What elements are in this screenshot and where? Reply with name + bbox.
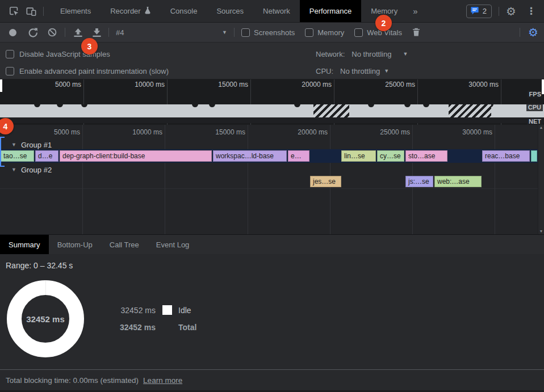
clear-recording-icon[interactable] xyxy=(48,28,57,37)
summary-panel: Range: 0 – 32.45 s 32452 ms 32452 ms Idl… xyxy=(0,254,544,392)
network-activity-strip[interactable] xyxy=(0,117,544,123)
tab-label: Bottom-Up xyxy=(57,241,93,249)
panel-tabs: Elements Recorder Console Sources Networ… xyxy=(51,0,407,22)
tab-label: Console xyxy=(170,7,198,15)
scroll-up-icon[interactable]: ▲ xyxy=(539,125,543,130)
flame-tick-label: 5000 ms xyxy=(54,128,80,136)
flame-bar-label: lin…se xyxy=(341,152,368,160)
trash-icon[interactable] xyxy=(412,28,420,37)
tab-recorder[interactable]: Recorder xyxy=(101,0,160,22)
flame-bar-label: tao…se xyxy=(1,152,30,160)
cpu-throttling-select[interactable]: No throttling xyxy=(340,67,380,75)
flame-bar-label: dep-graph-client:build-base xyxy=(60,152,148,160)
flame-bar-label: e… xyxy=(288,152,304,160)
lane-label-cpu: CPU xyxy=(526,104,543,111)
flame-bar[interactable]: js:…se xyxy=(405,176,433,187)
devtools-tabbar: Elements Recorder Console Sources Networ… xyxy=(0,0,544,23)
load-profile-icon[interactable] xyxy=(73,28,83,37)
flame-bar-label: sto…ase xyxy=(405,152,438,160)
inspect-element-icon[interactable] xyxy=(6,3,23,19)
flame-bar[interactable]: cy…se xyxy=(377,150,404,162)
checkbox xyxy=(6,50,14,58)
reload-and-record-icon[interactable] xyxy=(28,28,37,37)
timeline-overview[interactable]: FPS CPU NET 5000 ms10000 ms15000 ms20000… xyxy=(0,79,544,125)
network-throttling-select[interactable]: No throttling xyxy=(351,50,391,58)
issues-counter[interactable]: 2 xyxy=(466,5,492,18)
kebab-menu-icon[interactable]: ⋮ xyxy=(523,5,539,17)
flame-bar[interactable]: sto…ase xyxy=(405,150,447,162)
tab-label: Sources xyxy=(216,7,244,15)
device-toolbar-icon[interactable] xyxy=(23,3,40,19)
screenshots-checkbox[interactable]: Screenshots xyxy=(241,28,295,37)
overview-right-handle[interactable] xyxy=(542,79,544,94)
memory-checkbox[interactable]: Memory xyxy=(305,28,344,37)
flame-bar-label: workspac…ld-base xyxy=(213,152,277,160)
tab-event-log[interactable]: Event Log xyxy=(148,235,198,254)
divider xyxy=(499,7,499,16)
tab-console[interactable]: Console xyxy=(161,0,207,22)
cpu-dip xyxy=(294,104,300,107)
tab-sources[interactable]: Sources xyxy=(207,0,253,22)
tab-label: Elements xyxy=(60,7,91,15)
divider xyxy=(520,28,520,37)
cpu-dip xyxy=(34,104,40,107)
flame-bar[interactable] xyxy=(531,150,537,162)
cpu-dip xyxy=(404,104,411,107)
cpu-dip xyxy=(192,104,198,107)
tab-performance[interactable]: Performance xyxy=(300,0,361,22)
time-breakdown-donut: 32452 ms xyxy=(7,280,84,357)
tab-network[interactable]: Network xyxy=(253,0,300,22)
flame-tick-label: 25000 ms xyxy=(380,128,410,136)
flame-bar[interactable]: web:…ase xyxy=(434,176,482,187)
gridline xyxy=(0,188,538,189)
overview-tick-label: 10000 ms xyxy=(135,81,165,88)
chevron-down-icon[interactable]: ▼ xyxy=(403,51,408,57)
tab-elements[interactable]: Elements xyxy=(51,0,101,22)
checkbox-label: Enable advanced paint instrumentation (s… xyxy=(19,67,169,75)
flame-bar[interactable]: reac…base xyxy=(482,150,530,162)
checkbox-label: Disable JavaScript samples xyxy=(19,50,110,58)
overview-left-handle[interactable] xyxy=(0,79,2,92)
chevron-down-icon[interactable]: ▼ xyxy=(384,68,389,74)
cpu-activity-band[interactable] xyxy=(0,104,544,117)
flame-bar[interactable]: jes…se xyxy=(310,176,341,187)
flame-scrollbar[interactable]: ▲ ▼ xyxy=(538,125,544,234)
tab-call-tree[interactable]: Call Tree xyxy=(101,235,148,254)
details-tabbar: Summary Bottom-Up Call Tree Event Log xyxy=(0,234,544,254)
flame-bar[interactable]: e… xyxy=(288,150,309,162)
more-tabs-chevron[interactable]: » xyxy=(407,6,423,16)
legend-value: 32452 ms xyxy=(118,323,156,332)
history-dropdown[interactable]: #4 ▼ xyxy=(116,28,227,37)
scroll-down-icon[interactable]: ▼ xyxy=(539,229,543,234)
flame-tick-label: 10000 ms xyxy=(132,128,162,136)
learn-more-link[interactable]: Learn more xyxy=(143,376,182,385)
tab-label: Network xyxy=(263,7,290,15)
flame-chart[interactable]: ▼ Group #1 tao…sed…edep-graph-client:bui… xyxy=(0,125,544,234)
lane-label-fps: FPS xyxy=(528,91,543,98)
advanced-paint-checkbox[interactable]: Enable advanced paint instrumentation (s… xyxy=(6,67,169,75)
flame-bar-label: d…e xyxy=(35,152,55,160)
flame-bar[interactable]: dep-graph-client:build-base xyxy=(60,150,212,162)
flame-bar[interactable]: workspac…ld-base xyxy=(213,150,287,162)
cpu-dip xyxy=(57,104,63,107)
save-profile-icon[interactable] xyxy=(92,28,102,37)
tab-bottom-up[interactable]: Bottom-Up xyxy=(49,235,101,254)
cpu-dip xyxy=(209,104,215,107)
flame-bar-label: cy…se xyxy=(377,152,404,160)
flame-bar-label: reac…base xyxy=(482,152,522,160)
flame-bar[interactable]: d…e xyxy=(35,150,58,162)
swatch-spacer xyxy=(162,322,172,332)
settings-gear-icon[interactable]: ⚙ xyxy=(506,6,516,17)
checkbox xyxy=(241,28,250,37)
flame-group-header-2[interactable]: ▼ Group #2 xyxy=(0,165,52,175)
tab-summary[interactable]: Summary xyxy=(0,235,49,254)
divider xyxy=(43,7,44,16)
flame-bar[interactable]: tao…se xyxy=(1,150,34,162)
cpu-throttling-label: CPU: xyxy=(316,67,333,75)
capture-settings-gear-icon[interactable]: ⚙ xyxy=(528,27,538,38)
flame-group-header-1[interactable]: ▼ Group #1 xyxy=(0,140,52,150)
record-button[interactable] xyxy=(9,29,16,36)
flame-bar[interactable]: lin…se xyxy=(341,150,376,162)
checkbox xyxy=(6,67,14,75)
group-label: Group #2 xyxy=(21,166,52,174)
